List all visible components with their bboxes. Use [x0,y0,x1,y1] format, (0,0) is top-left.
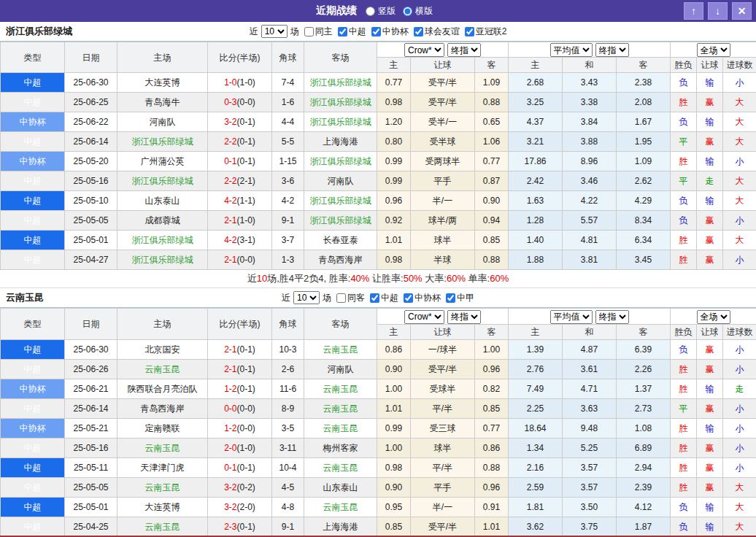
avg-source-select[interactable]: 平均值 [550,43,593,57]
view-mode-radio[interactable] [366,7,375,16]
avg-home-odds: 2.42 [509,171,563,191]
result-winloss: 胜 [671,359,697,379]
home-team-cell: 青岛海牛 [117,93,208,112]
league-filter-option[interactable]: 中协杯 [398,292,441,304]
home-team-cell: 云南玉昆 [117,517,208,536]
view-mode-radios: 竖版横版 [366,5,440,18]
result-handicap: 输 [697,379,723,398]
corner-cell: 4-4 [272,112,304,132]
match-type-cell: 中协杯 [1,379,65,398]
score-cell: 2-2(0-1) [208,132,272,152]
league-filter-label: 同客 [347,292,365,304]
crow-handicap: 半/一 [411,191,475,211]
avg-draw-odds: 4.81 [563,231,617,250]
avg-draw-odds: 5.57 [563,211,617,231]
fulltime-score: 1-2 [224,423,236,433]
result-handicap: 输 [697,517,723,536]
league-filter-option[interactable]: 同客 [331,292,365,304]
fulltime-score: 0-1 [224,463,236,473]
odds-time-select[interactable]: 终指 [447,43,481,57]
away-team-cell: 青岛西海岸 [304,250,377,270]
result-handicap: 输 [697,112,723,132]
match-type-cell: 中协杯 [1,112,65,132]
league-filter-option[interactable]: 中超 [365,292,398,304]
league-filter-option[interactable]: 球会友谊 [409,26,460,38]
league-filter-checkbox[interactable] [336,293,346,303]
result-handicap: 输 [697,191,723,211]
summary-segment: 场,胜4平2负4, 胜率: [267,273,350,284]
match-type-cell: 中超 [1,191,65,211]
view-mode-option[interactable]: 竖版 [366,5,396,18]
league-filter-checkbox[interactable] [338,27,347,36]
fulltime-score: 3-2 [224,502,236,512]
move-up-button[interactable]: ↑ [684,2,703,20]
crow-handicap: 受三球 [411,418,475,438]
league-filter-checkbox[interactable] [304,27,314,36]
league-filter-checkbox[interactable] [414,27,423,36]
league-filter-checkbox[interactable] [465,27,474,36]
crow-away-odds: 0.87 [475,171,509,191]
match-date-cell: 25-05-05 [65,211,117,231]
crow-away-odds: 0.88 [475,93,509,112]
avg-draw-odds: 3.46 [563,171,617,191]
match-type-cell: 中超 [1,497,65,517]
corner-cell: 2-6 [272,359,304,379]
league-filter-checkbox[interactable] [446,293,455,303]
away-team-cell: 云南玉昆 [304,418,377,438]
crow-handicap: 受两球半 [411,152,475,171]
fulltime-score: 2-1 [224,364,236,374]
match-type-cell: 中超 [1,438,65,457]
league-filter-option[interactable]: 中超 [333,26,366,38]
avg-time-select[interactable]: 终指 [595,310,629,324]
recent-count-select[interactable]: 10 [261,25,288,38]
league-filter-option[interactable]: 中甲 [441,292,474,304]
avg-time-select[interactable]: 终指 [595,43,629,57]
avg-home-odds: 1.39 [509,339,563,359]
filter-controls: 近10场同主中超中协杯球会友谊亚冠联2 [250,25,507,38]
col-home: 主场 [117,42,208,73]
odds-company-select[interactable]: Crow* [404,310,444,324]
league-filter-option[interactable]: 中协杯 [366,26,409,38]
titlebar-buttons: ↑ ↓ ✕ [684,2,752,20]
league-filter-label: 中协杯 [414,292,441,304]
scope-select[interactable]: 全场 [697,310,730,324]
col-away: 客场 [304,309,377,339]
fulltime-score: 2-2 [224,136,236,147]
crow-handicap: 平/半 [411,457,475,477]
match-row: 中协杯25-06-21陕西联合月亮泊队1-2(0-1)11-6云南玉昆1.00受… [1,379,756,398]
move-down-button[interactable]: ↓ [708,2,728,20]
result-winloss: 胜 [671,152,697,171]
score-cell: 3-2(0-2) [208,477,272,497]
fulltime-score: 0-0 [224,403,236,414]
league-filter-checkbox[interactable] [371,27,381,36]
recent-count-select[interactable]: 10 [293,291,320,304]
avg-draw-odds: 3.57 [563,477,617,497]
home-team-cell: 山东泰山 [117,191,208,211]
close-button[interactable]: ✕ [732,2,752,20]
avg-source-select[interactable]: 平均值 [550,310,593,324]
league-filter-checkbox[interactable] [404,293,413,303]
view-mode-radio[interactable] [403,7,412,16]
fulltime-score: 3-2 [224,482,236,492]
avg-home-odds: 2.16 [509,457,563,477]
scope-select[interactable]: 全场 [697,43,730,57]
odds-time-select[interactable]: 终指 [447,310,481,324]
match-type-cell: 中协杯 [1,152,65,171]
odds-company-select[interactable]: Crow* [404,43,444,57]
summary-segment: 60% [447,273,466,284]
crow-handicap: 平手 [411,477,475,497]
league-filter-option[interactable]: 亚冠联2 [460,26,507,38]
home-team-cell: 浙江俱乐部绿城 [117,171,208,191]
match-date-cell: 25-05-11 [65,457,117,477]
league-filter-option[interactable]: 同主 [299,26,333,38]
league-filter-checkbox[interactable] [370,293,379,303]
result-goals: 大 [723,112,756,132]
crow-home-odds: 0.90 [377,477,411,497]
away-team-cell: 梅州客家 [304,438,377,457]
view-mode-option[interactable]: 横版 [403,5,433,18]
col-score: 比分(半场) [208,42,272,73]
crow-away-odds: 0.90 [475,191,509,211]
away-team-cell: 云南玉昆 [304,457,377,477]
fulltime-score: 0-1 [224,156,236,166]
corner-cell: 1-6 [272,93,304,112]
